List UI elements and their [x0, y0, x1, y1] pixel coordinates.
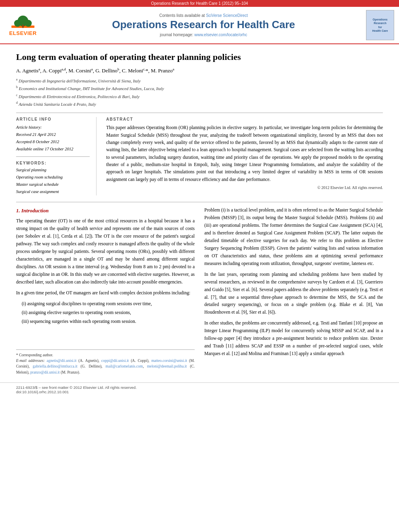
divider-keywords: [16, 156, 90, 157]
abstract-text: This paper addresses Operating Room (OR)…: [106, 124, 383, 183]
corresponding-note: * Corresponding author.: [16, 352, 195, 358]
header-section: ELSEVIER Contents lists available at Sci…: [0, 7, 399, 44]
abstract-col: ABSTRACT This paper addresses Operating …: [106, 117, 383, 195]
email-link-6[interactable]: meloni@deemail.poliba.it: [147, 364, 187, 368]
body-col-right: Problem (i) is a tactical level problem,…: [204, 206, 383, 375]
elsevier-logo: ELSEVIER: [5, 14, 41, 36]
article-history: Article history: Received 21 April 2012 …: [16, 124, 90, 152]
header-center: Contents lists available at SciVerse Sci…: [47, 13, 360, 37]
keyword-3: Master surgical schedule: [16, 181, 90, 188]
email-link-5[interactable]: mail@carlomelanis.com: [105, 364, 143, 368]
body-col-left: 1. Introduction The operating theater (O…: [16, 206, 195, 375]
email-link-2[interactable]: coppi@dii.unisi.it: [101, 359, 129, 363]
journal-cover: OperationsResearchforHealth Care: [366, 10, 394, 40]
sciverse-line: Contents lists available at SciVerse Sci…: [47, 13, 360, 18]
divider-2: [16, 202, 383, 202]
bottom-bar: 2211-6923/$ – see front matter © 2012 El…: [0, 382, 399, 396]
article-title: Long term evaluation of operating theate…: [16, 51, 383, 63]
svg-point-3: [25, 20, 32, 27]
section1-title: 1. Introduction: [16, 206, 195, 215]
article-info-col: ARTICLE INFO Article history: Received 2…: [16, 117, 97, 195]
svg-rect-4: [22, 25, 24, 28]
history-header: Article history:: [16, 124, 90, 131]
email-note: E-mail addresses: agnetis@dii.unisi.it (…: [16, 358, 195, 375]
intro-para-2: In a given time period, the OT managers …: [16, 289, 195, 297]
homepage-link[interactable]: www.elsevier.com/locate/orhc: [194, 33, 247, 37]
divider-1: [16, 113, 383, 113]
affiliations: a Dipartimento di Ingegneria dell'Inform…: [16, 77, 383, 108]
keywords-header: Keywords:: [16, 161, 90, 165]
journal-homepage: journal homepage: www.elsevier.com/locat…: [47, 33, 360, 37]
footnote-area: * Corresponding author. E-mail addresses…: [16, 349, 195, 375]
available-date: Available online 17 October 2012: [16, 146, 90, 153]
copyright-line: © 2012 Elsevier Ltd. All rights reserved…: [106, 185, 383, 190]
keyword-4: Surgical case assignment: [16, 188, 90, 195]
email-link-1[interactable]: agnetis@dii.unisi.it: [47, 359, 76, 363]
keyword-1: Surgical planning: [16, 166, 90, 174]
keywords-list: Surgical planning Operating room schedul…: [16, 166, 90, 195]
right-para-1: Problem (i) is a tactical level problem,…: [204, 206, 383, 267]
accepted-date: Accepted 8 October 2012: [16, 138, 90, 146]
authors-line: A. Agnetisa, A. Coppia,d, M. Corsinia, G…: [16, 67, 383, 74]
journal-title-header: Operations Research for Health Care: [47, 18, 360, 31]
keywords-section: Keywords: Surgical planning Operating ro…: [16, 161, 90, 195]
keyword-2: Operating room scheduling: [16, 174, 90, 181]
list-item-3: (iii) sequencing surgeries within each o…: [22, 318, 195, 325]
email-link-7[interactable]: pranzo@dii.unisi.it: [30, 370, 60, 374]
email-link-4[interactable]: gabriella.dellino@imtlucca.it: [33, 364, 77, 368]
list-item-1: (i) assigning surgical disciplines to op…: [22, 300, 195, 308]
intro-para-1: The operating theater (OT) is one of the…: [16, 217, 195, 286]
sciverse-link[interactable]: SciVerse ScienceDirect: [206, 13, 248, 18]
svg-point-2: [14, 20, 21, 27]
right-para-2: In the last years, operating room planni…: [204, 271, 383, 316]
journal-bar: Operations Research for Health Care 1 (2…: [0, 0, 399, 7]
right-para-3: In other studies, the problems are concu…: [204, 319, 383, 357]
article-info-header: ARTICLE INFO: [16, 117, 90, 121]
list-item-2: (ii) assigning elective surgeries to ope…: [22, 309, 195, 316]
abstract-header: ABSTRACT: [106, 117, 383, 121]
received-date: Received 21 April 2012: [16, 131, 90, 138]
email-link-3[interactable]: matteo.corsini@unisi.it: [151, 359, 187, 363]
